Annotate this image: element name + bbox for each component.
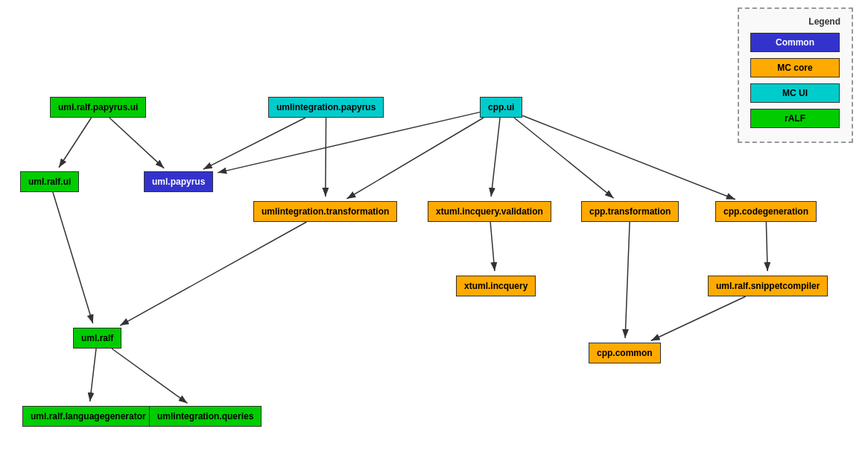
svg-line-16: [90, 349, 96, 401]
svg-line-1: [59, 118, 92, 168]
node-uml_papyrus: uml.papyrus: [144, 171, 213, 192]
svg-line-3: [203, 118, 305, 169]
svg-line-4: [326, 118, 326, 197]
svg-line-12: [53, 192, 93, 323]
legend-title: Legend: [750, 16, 840, 27]
svg-line-7: [491, 118, 500, 197]
node-xtuml_incquery: xtuml.incquery: [456, 276, 536, 296]
legend-item-ralf: rALF: [750, 109, 840, 128]
svg-line-10: [490, 222, 495, 271]
node-umlintegration_papyrus: umlintegration.papyrus: [268, 97, 384, 118]
node-cpp_transformation: cpp.transformation: [581, 201, 679, 222]
svg-line-11: [766, 222, 767, 271]
svg-line-9: [522, 115, 735, 200]
svg-line-6: [346, 118, 484, 199]
legend-item-mccore: MC core: [750, 58, 840, 77]
legend-box-ralf: rALF: [750, 109, 840, 128]
node-cpp_codegeneration: cpp.codegeneration: [715, 201, 817, 222]
svg-line-15: [651, 296, 746, 340]
node-xtuml_incquery_validation: xtuml.incquery.validation: [428, 201, 551, 222]
legend-item-mcui: MC UI: [750, 83, 840, 103]
legend-item-common: Common: [750, 33, 840, 52]
diagram-container: Legend Common MC core MC UI rALF uml.ral…: [0, 0, 868, 461]
node-uml_ralf_languagegenerator: uml.ralf.languagegenerator: [22, 406, 154, 427]
node-uml_ralf: uml.ralf: [73, 328, 121, 349]
legend-box-common: Common: [750, 33, 840, 52]
node-uml_ralf_snippetcompiler: uml.ralf.snippetcompiler: [708, 276, 828, 296]
svg-line-5: [218, 112, 480, 173]
node-umlintegration_queries: umlintegration.queries: [149, 406, 262, 427]
legend-box-mcui: MC UI: [750, 83, 840, 103]
node-umlintegration_transformation: umlintegration.transformation: [253, 201, 397, 222]
svg-line-14: [625, 222, 630, 338]
svg-line-17: [112, 349, 187, 403]
legend: Legend Common MC core MC UI rALF: [738, 7, 853, 143]
node-cpp_common: cpp.common: [589, 343, 661, 363]
node-uml_ralf_papyrus_ui: uml.ralf.papyrus.ui: [50, 97, 146, 118]
node-uml_ralf_ui: uml.ralf.ui: [20, 171, 79, 192]
svg-line-8: [514, 118, 614, 198]
svg-line-2: [110, 118, 164, 168]
node-cpp_ui: cpp.ui: [480, 97, 522, 118]
svg-line-13: [120, 222, 306, 325]
legend-box-mccore: MC core: [750, 58, 840, 77]
